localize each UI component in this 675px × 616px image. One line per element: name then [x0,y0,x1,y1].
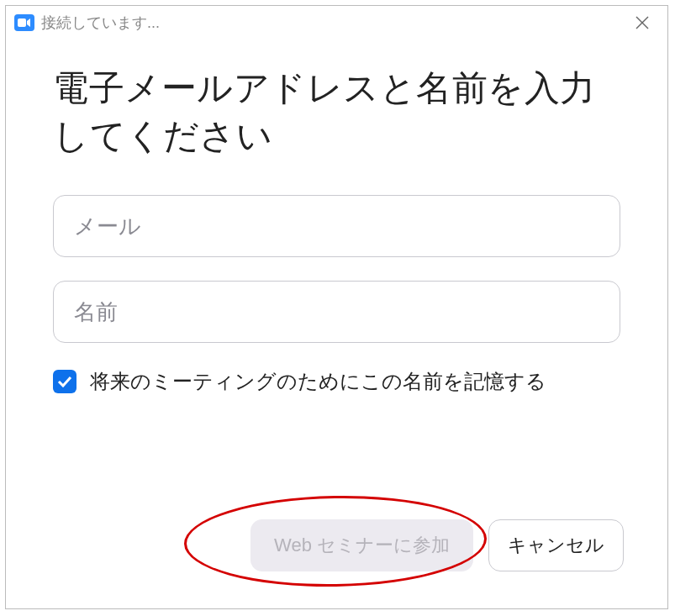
zoom-icon [14,14,34,31]
check-icon [57,376,72,387]
join-webinar-button[interactable]: Web セミナーに参加 [250,519,473,571]
title-status-text: 接続しています... [41,13,625,33]
remember-label: 将来のミーティングのためにこの名前を記憶する [90,368,546,395]
remember-row: 将来のミーティングのためにこの名前を記憶する [53,368,620,395]
dialog-content: 電子メールアドレスと名前を入力してください 将来のミーティングのためにこの名前を… [6,39,667,412]
button-row: Web セミナーに参加 キャンセル [250,519,624,571]
email-field[interactable] [53,195,620,257]
dialog-window: 接続しています... 電子メールアドレスと名前を入力してください 将来のミーティ… [5,5,668,609]
name-field[interactable] [53,281,620,343]
remember-checkbox[interactable] [53,370,76,393]
close-icon [635,15,650,30]
svg-rect-0 [18,18,26,27]
close-button[interactable] [625,9,659,36]
page-title: 電子メールアドレスと名前を入力してください [53,65,620,160]
titlebar: 接続しています... [6,6,667,39]
cancel-button[interactable]: キャンセル [488,519,624,571]
